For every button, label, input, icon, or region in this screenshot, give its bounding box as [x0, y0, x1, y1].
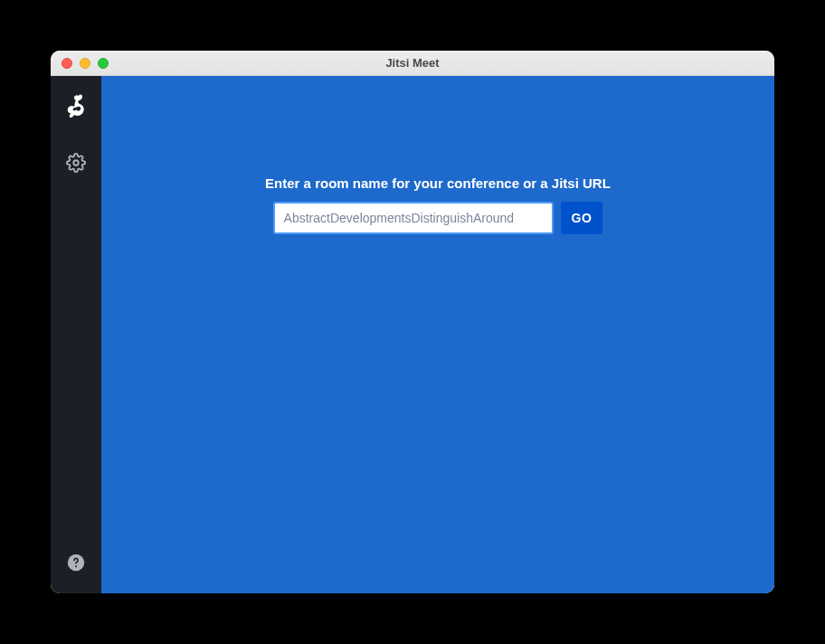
gear-icon[interactable] — [63, 150, 89, 175]
room-name-input[interactable] — [273, 202, 554, 234]
main-content: Enter a room name for your conference or… — [101, 76, 774, 593]
go-button[interactable]: GO — [561, 202, 603, 234]
room-prompt-label: Enter a room name for your conference or… — [265, 175, 611, 191]
sidebar — [51, 76, 101, 593]
window-title: Jitsi Meet — [51, 56, 774, 70]
titlebar: Jitsi Meet — [51, 51, 774, 76]
minimize-window-button[interactable] — [80, 58, 90, 69]
window-controls — [51, 58, 109, 69]
app-window: Jitsi Meet — [51, 51, 774, 593]
close-window-button[interactable] — [62, 58, 72, 69]
app-body: Enter a room name for your conference or… — [51, 76, 774, 593]
help-icon[interactable] — [63, 550, 89, 575]
svg-point-2 — [75, 565, 77, 567]
jitsi-logo-icon[interactable] — [62, 94, 90, 123]
maximize-window-button[interactable] — [98, 58, 109, 69]
sidebar-top — [62, 94, 90, 175]
svg-point-0 — [73, 160, 79, 166]
room-input-row: GO — [273, 202, 603, 234]
